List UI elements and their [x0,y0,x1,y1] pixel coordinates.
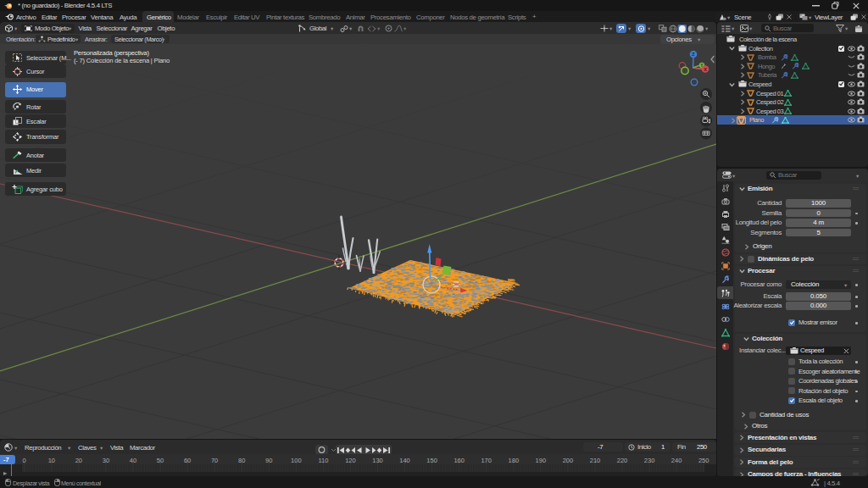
svg-text:X: X [704,67,707,72]
